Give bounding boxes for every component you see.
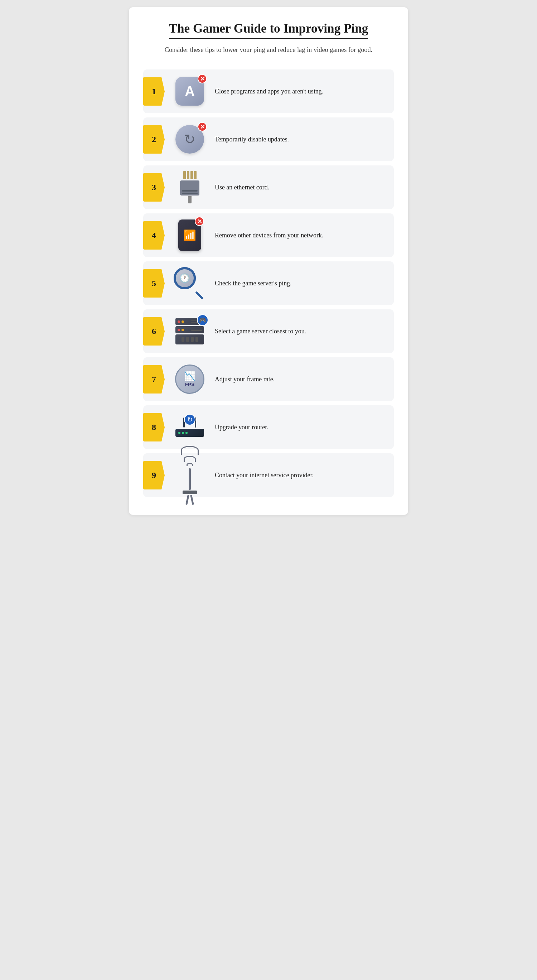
server-vent-4 bbox=[191, 330, 202, 331]
tip-text-8: Upgrade your router. bbox=[215, 423, 385, 431]
speedometer-needle-icon: 📉 bbox=[184, 372, 195, 381]
close-programs-icon: ✕ bbox=[172, 75, 208, 107]
page-title: The Gamer Guide to Improving Ping bbox=[169, 21, 369, 39]
server-base-unit bbox=[175, 334, 204, 344]
server-unit-2 bbox=[175, 326, 204, 333]
ethernet-body bbox=[180, 180, 199, 196]
ethernet-stripe-2 bbox=[182, 192, 198, 194]
router-led-2 bbox=[182, 432, 184, 434]
isp-tower-icon bbox=[172, 459, 208, 491]
tip-text-3: Use an ethernet cord. bbox=[215, 184, 385, 191]
search-clock-icon: 🕐 bbox=[174, 267, 206, 299]
tip-text-1: Close programs and apps you aren't using… bbox=[215, 88, 385, 95]
tower-platform bbox=[183, 490, 197, 494]
pin-3 bbox=[191, 171, 193, 179]
server-led-yellow-2 bbox=[181, 329, 184, 331]
tower-leg-left bbox=[186, 495, 189, 505]
number-badge-9: 9 bbox=[143, 461, 165, 490]
close-x-icon-3: ✕ bbox=[195, 216, 204, 226]
tower-mast bbox=[189, 468, 191, 490]
number-badge-5: 5 bbox=[143, 269, 165, 298]
signal-arc-outer bbox=[181, 446, 199, 455]
remove-devices-icon: ✕ 📶 bbox=[172, 219, 208, 251]
page-header: The Gamer Guide to Improving Ping Consid… bbox=[143, 21, 394, 57]
server-led-red-2 bbox=[178, 329, 180, 331]
magnifier-handle-icon bbox=[195, 291, 204, 300]
antenna-tower-icon bbox=[181, 446, 199, 505]
frame-rate-icon: 📉 FPS bbox=[172, 363, 208, 395]
ethernet-pins bbox=[183, 171, 197, 179]
tip-item-7: 7 📉 FPS Adjust your frame rate. bbox=[143, 357, 394, 401]
server-vent-3 bbox=[191, 329, 202, 329]
close-x-icon: ✕ bbox=[198, 74, 207, 83]
tower-leg-right bbox=[190, 495, 194, 505]
tips-list: 1 ✕ Close programs and apps you aren't u… bbox=[143, 70, 394, 497]
base-vent-2 bbox=[186, 337, 189, 342]
number-badge-1: 1 bbox=[143, 77, 165, 106]
tip-text-6: Select a game server closest to you. bbox=[215, 328, 385, 335]
number-badge-8: 8 bbox=[143, 413, 165, 441]
router-icon: ↻ bbox=[172, 411, 208, 443]
pin-4 bbox=[194, 171, 197, 179]
server-led-red bbox=[178, 320, 180, 323]
tip-item-5: 5 🕐 Check the game server's ping. bbox=[143, 261, 394, 305]
magnifier-ring-icon bbox=[174, 267, 196, 289]
game-server-icon: 🎮 bbox=[172, 315, 208, 347]
fps-label: FPS bbox=[185, 382, 194, 387]
ethernet-stripe-1 bbox=[182, 190, 198, 192]
tower-legs bbox=[186, 495, 193, 505]
app-store-icon: ✕ bbox=[175, 77, 204, 106]
tip-item-3: 3 Use an ethernet cord bbox=[143, 165, 394, 209]
server-vents-2 bbox=[191, 329, 202, 331]
main-card: The Gamer Guide to Improving Ping Consid… bbox=[129, 7, 408, 515]
tip-text-9: Contact your internet service provider. bbox=[215, 472, 385, 479]
close-x-icon-2: ✕ bbox=[198, 122, 207, 131]
pin-1 bbox=[183, 171, 186, 179]
number-badge-3: 3 bbox=[143, 173, 165, 202]
tip-item-8: 8 ↻ Upgrade your router. bbox=[143, 405, 394, 449]
base-vent-3 bbox=[191, 337, 194, 342]
signal-arc-inner bbox=[186, 463, 193, 466]
wifi-icon: 📶 bbox=[183, 229, 196, 241]
router-body bbox=[175, 429, 204, 437]
ethernet-cord-icon bbox=[172, 171, 208, 204]
number-badge-7: 7 bbox=[143, 365, 165, 393]
tip-item-1: 1 ✕ Close programs and apps you aren't u… bbox=[143, 70, 394, 113]
ethernet-plug-icon bbox=[180, 171, 199, 204]
tip-text-2: Temporarily disable updates. bbox=[215, 136, 385, 143]
signal-arcs bbox=[181, 446, 199, 466]
disable-updates-icon: ✕ ↻ bbox=[172, 123, 208, 155]
tip-text-5: Check the game server's ping. bbox=[215, 280, 385, 287]
tip-text-4: Remove other devices from your network. bbox=[215, 232, 385, 239]
fps-gauge-icon: 📉 FPS bbox=[175, 364, 205, 394]
server-stack-icon: 🎮 bbox=[175, 318, 204, 344]
page-subtitle: Consider these tips to lower your ping a… bbox=[143, 45, 394, 55]
base-vent-1 bbox=[181, 337, 184, 342]
pin-2 bbox=[187, 171, 189, 179]
router-device-icon: ↻ bbox=[175, 417, 204, 437]
refresh-circle-icon: ✕ ↻ bbox=[175, 125, 204, 154]
router-refresh-icon: ↻ bbox=[184, 414, 195, 425]
tip-item-2: 2 ✕ ↻ Temporarily disable updates. bbox=[143, 118, 394, 161]
router-led-1 bbox=[178, 432, 180, 434]
router-led-3 bbox=[186, 432, 187, 434]
tip-item-6: 6 🎮 bbox=[143, 309, 394, 353]
number-badge-6: 6 bbox=[143, 317, 165, 345]
gamepad-badge-icon: 🎮 bbox=[197, 314, 208, 326]
number-badge-4: 4 bbox=[143, 221, 165, 250]
signal-arc-middle bbox=[184, 456, 196, 462]
number-badge-2: 2 bbox=[143, 125, 165, 154]
tip-item-9: 9 Contact your internet bbox=[143, 453, 394, 497]
ethernet-cable bbox=[188, 196, 192, 204]
smartphone-icon: ✕ 📶 bbox=[178, 220, 201, 251]
server-led-yellow bbox=[181, 320, 184, 323]
tip-item-4: 4 ✕ 📶 Remove other devices from your net… bbox=[143, 213, 394, 257]
tip-text-7: Adjust your frame rate. bbox=[215, 375, 385, 383]
check-ping-icon: 🕐 bbox=[172, 267, 208, 299]
refresh-arrows-icon: ↻ bbox=[184, 132, 195, 146]
base-vent-4 bbox=[195, 337, 198, 342]
